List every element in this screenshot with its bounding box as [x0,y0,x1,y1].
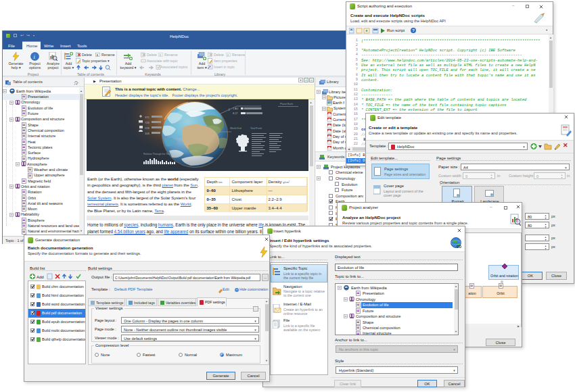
svg-text:a: a [160,53,162,57]
svg-text:World Grid: World Grid [230,127,242,130]
svg-text:GO: GO [457,245,462,249]
svg-text:528: 528 [145,126,150,130]
svg-text:728: 728 [145,121,150,124]
svg-text:8.27: 8.27 [233,112,237,115]
svg-text:i: i [34,54,35,60]
svg-text:Planet Earth: Planet Earth [280,103,293,105]
svg-text:a: a [97,53,99,57]
svg-text:a: a [227,53,229,57]
svg-text:1 AU: 1 AU [233,107,238,110]
svg-text:Total Fresh: Total Fresh [250,127,262,130]
svg-text:108: 108 [145,132,150,135]
svg-text:Add: Add [37,275,44,279]
svg-text:375: 375 [145,116,150,119]
svg-text:Relative Through the Years: Relative Through the Years [143,153,172,155]
